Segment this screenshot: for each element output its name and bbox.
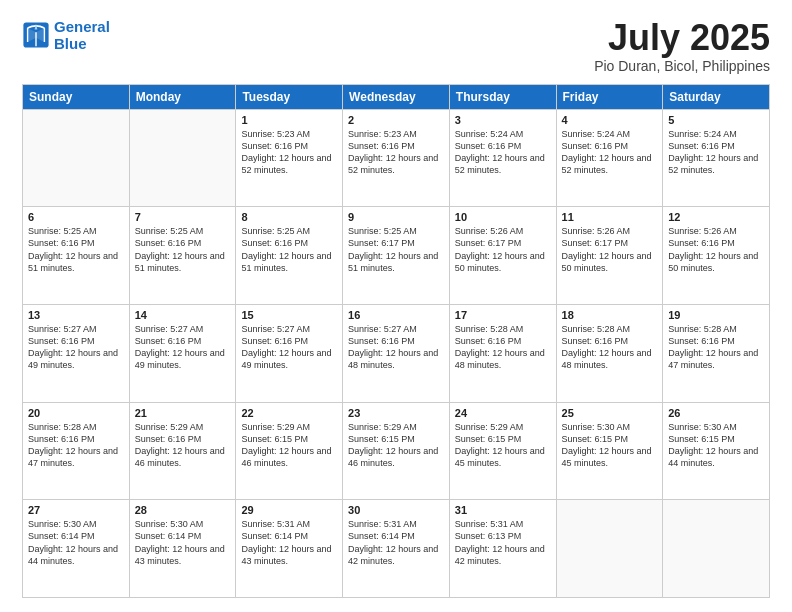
day-number: 19 (668, 309, 764, 321)
day-number: 16 (348, 309, 444, 321)
day-number: 15 (241, 309, 337, 321)
day-info: Sunrise: 5:23 AM Sunset: 6:16 PM Dayligh… (348, 128, 444, 177)
day-info: Sunrise: 5:27 AM Sunset: 6:16 PM Dayligh… (135, 323, 231, 372)
day-number: 1 (241, 114, 337, 126)
day-info: Sunrise: 5:28 AM Sunset: 6:16 PM Dayligh… (455, 323, 551, 372)
subtitle: Pio Duran, Bicol, Philippines (594, 58, 770, 74)
calendar-cell (23, 109, 130, 207)
calendar-cell: 9Sunrise: 5:25 AM Sunset: 6:17 PM Daylig… (343, 207, 450, 305)
calendar-header-row: SundayMondayTuesdayWednesdayThursdayFrid… (23, 84, 770, 109)
calendar-cell: 2Sunrise: 5:23 AM Sunset: 6:16 PM Daylig… (343, 109, 450, 207)
day-number: 10 (455, 211, 551, 223)
day-number: 4 (562, 114, 658, 126)
calendar-cell: 24Sunrise: 5:29 AM Sunset: 6:15 PM Dayli… (449, 402, 556, 500)
day-info: Sunrise: 5:29 AM Sunset: 6:15 PM Dayligh… (348, 421, 444, 470)
title-block: July 2025 Pio Duran, Bicol, Philippines (594, 18, 770, 74)
calendar-week-row: 20Sunrise: 5:28 AM Sunset: 6:16 PM Dayli… (23, 402, 770, 500)
day-info: Sunrise: 5:31 AM Sunset: 6:14 PM Dayligh… (241, 518, 337, 567)
calendar-cell: 29Sunrise: 5:31 AM Sunset: 6:14 PM Dayli… (236, 500, 343, 598)
day-number: 9 (348, 211, 444, 223)
day-number: 28 (135, 504, 231, 516)
calendar-cell (129, 109, 236, 207)
calendar-cell: 21Sunrise: 5:29 AM Sunset: 6:16 PM Dayli… (129, 402, 236, 500)
day-info: Sunrise: 5:29 AM Sunset: 6:15 PM Dayligh… (241, 421, 337, 470)
day-info: Sunrise: 5:25 AM Sunset: 6:17 PM Dayligh… (348, 225, 444, 274)
calendar-week-row: 1Sunrise: 5:23 AM Sunset: 6:16 PM Daylig… (23, 109, 770, 207)
calendar-cell: 14Sunrise: 5:27 AM Sunset: 6:16 PM Dayli… (129, 304, 236, 402)
day-info: Sunrise: 5:24 AM Sunset: 6:16 PM Dayligh… (455, 128, 551, 177)
calendar-cell (556, 500, 663, 598)
day-number: 22 (241, 407, 337, 419)
logo-line1: General (54, 18, 110, 35)
day-number: 12 (668, 211, 764, 223)
day-info: Sunrise: 5:28 AM Sunset: 6:16 PM Dayligh… (562, 323, 658, 372)
calendar-week-row: 13Sunrise: 5:27 AM Sunset: 6:16 PM Dayli… (23, 304, 770, 402)
day-number: 5 (668, 114, 764, 126)
day-info: Sunrise: 5:26 AM Sunset: 6:17 PM Dayligh… (455, 225, 551, 274)
calendar-week-row: 6Sunrise: 5:25 AM Sunset: 6:16 PM Daylig… (23, 207, 770, 305)
day-number: 20 (28, 407, 124, 419)
calendar-cell: 13Sunrise: 5:27 AM Sunset: 6:16 PM Dayli… (23, 304, 130, 402)
day-info: Sunrise: 5:23 AM Sunset: 6:16 PM Dayligh… (241, 128, 337, 177)
day-info: Sunrise: 5:24 AM Sunset: 6:16 PM Dayligh… (668, 128, 764, 177)
day-number: 8 (241, 211, 337, 223)
logo: General Blue (22, 18, 110, 53)
day-info: Sunrise: 5:31 AM Sunset: 6:14 PM Dayligh… (348, 518, 444, 567)
day-number: 31 (455, 504, 551, 516)
calendar-table: SundayMondayTuesdayWednesdayThursdayFrid… (22, 84, 770, 598)
day-info: Sunrise: 5:25 AM Sunset: 6:16 PM Dayligh… (135, 225, 231, 274)
weekday-header-sunday: Sunday (23, 84, 130, 109)
logo-line2: Blue (54, 35, 87, 52)
day-number: 26 (668, 407, 764, 419)
day-info: Sunrise: 5:29 AM Sunset: 6:15 PM Dayligh… (455, 421, 551, 470)
weekday-header-saturday: Saturday (663, 84, 770, 109)
day-number: 2 (348, 114, 444, 126)
day-number: 25 (562, 407, 658, 419)
day-info: Sunrise: 5:27 AM Sunset: 6:16 PM Dayligh… (241, 323, 337, 372)
day-number: 21 (135, 407, 231, 419)
day-info: Sunrise: 5:30 AM Sunset: 6:15 PM Dayligh… (668, 421, 764, 470)
calendar-cell: 26Sunrise: 5:30 AM Sunset: 6:15 PM Dayli… (663, 402, 770, 500)
calendar-cell: 22Sunrise: 5:29 AM Sunset: 6:15 PM Dayli… (236, 402, 343, 500)
logo-text: General Blue (54, 18, 110, 53)
calendar-cell: 17Sunrise: 5:28 AM Sunset: 6:16 PM Dayli… (449, 304, 556, 402)
calendar-cell: 18Sunrise: 5:28 AM Sunset: 6:16 PM Dayli… (556, 304, 663, 402)
day-info: Sunrise: 5:24 AM Sunset: 6:16 PM Dayligh… (562, 128, 658, 177)
calendar-week-row: 27Sunrise: 5:30 AM Sunset: 6:14 PM Dayli… (23, 500, 770, 598)
calendar-cell: 27Sunrise: 5:30 AM Sunset: 6:14 PM Dayli… (23, 500, 130, 598)
calendar-cell: 23Sunrise: 5:29 AM Sunset: 6:15 PM Dayli… (343, 402, 450, 500)
calendar-cell: 11Sunrise: 5:26 AM Sunset: 6:17 PM Dayli… (556, 207, 663, 305)
calendar-cell: 7Sunrise: 5:25 AM Sunset: 6:16 PM Daylig… (129, 207, 236, 305)
logo-icon (22, 21, 50, 49)
weekday-header-monday: Monday (129, 84, 236, 109)
calendar-cell: 16Sunrise: 5:27 AM Sunset: 6:16 PM Dayli… (343, 304, 450, 402)
day-info: Sunrise: 5:25 AM Sunset: 6:16 PM Dayligh… (241, 225, 337, 274)
day-info: Sunrise: 5:30 AM Sunset: 6:15 PM Dayligh… (562, 421, 658, 470)
calendar-cell: 8Sunrise: 5:25 AM Sunset: 6:16 PM Daylig… (236, 207, 343, 305)
header: General Blue July 2025 Pio Duran, Bicol,… (22, 18, 770, 74)
weekday-header-thursday: Thursday (449, 84, 556, 109)
day-number: 14 (135, 309, 231, 321)
day-number: 24 (455, 407, 551, 419)
day-info: Sunrise: 5:26 AM Sunset: 6:17 PM Dayligh… (562, 225, 658, 274)
calendar-cell: 25Sunrise: 5:30 AM Sunset: 6:15 PM Dayli… (556, 402, 663, 500)
day-number: 17 (455, 309, 551, 321)
day-info: Sunrise: 5:29 AM Sunset: 6:16 PM Dayligh… (135, 421, 231, 470)
day-info: Sunrise: 5:27 AM Sunset: 6:16 PM Dayligh… (28, 323, 124, 372)
day-number: 30 (348, 504, 444, 516)
day-number: 11 (562, 211, 658, 223)
day-number: 13 (28, 309, 124, 321)
calendar-cell: 15Sunrise: 5:27 AM Sunset: 6:16 PM Dayli… (236, 304, 343, 402)
day-info: Sunrise: 5:31 AM Sunset: 6:13 PM Dayligh… (455, 518, 551, 567)
day-number: 18 (562, 309, 658, 321)
calendar-cell (663, 500, 770, 598)
day-number: 3 (455, 114, 551, 126)
calendar-cell: 5Sunrise: 5:24 AM Sunset: 6:16 PM Daylig… (663, 109, 770, 207)
day-number: 29 (241, 504, 337, 516)
day-info: Sunrise: 5:28 AM Sunset: 6:16 PM Dayligh… (28, 421, 124, 470)
day-number: 23 (348, 407, 444, 419)
weekday-header-friday: Friday (556, 84, 663, 109)
calendar-cell: 28Sunrise: 5:30 AM Sunset: 6:14 PM Dayli… (129, 500, 236, 598)
calendar-cell: 20Sunrise: 5:28 AM Sunset: 6:16 PM Dayli… (23, 402, 130, 500)
weekday-header-wednesday: Wednesday (343, 84, 450, 109)
